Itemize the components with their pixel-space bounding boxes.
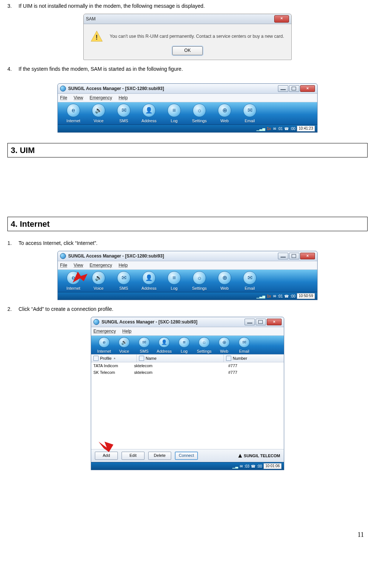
menu-view[interactable]: View — [74, 95, 83, 100]
figure-sungil-profiles: SUNGIL Access Manager - [SXC-1280:subi93… — [7, 317, 368, 470]
window-title: SUNGIL Access Manager - [SXC-1280:subi93… — [68, 253, 277, 259]
menu-emergency[interactable]: Emergency — [90, 263, 112, 268]
email-icon: ✉ — [239, 337, 250, 348]
ordered-list-item: 1. To access Internet, click “Internet”. — [7, 239, 368, 247]
menu-help[interactable]: Help — [119, 263, 128, 268]
list-text: To access Internet, click “Internet”. — [19, 239, 368, 247]
settings-icon: ☼ — [193, 271, 206, 285]
toolbar-item-web[interactable]: ⊕Web — [214, 336, 234, 354]
cell-profile: TATA Indicom — [91, 363, 134, 369]
profiles-button-bar: Add Edit Delete Connect SUNGIL TELECOM — [91, 449, 284, 462]
toolbar-item-web[interactable]: ⊕Web — [212, 103, 237, 124]
toolbar-item-address[interactable]: 👤Address — [136, 270, 162, 292]
ok-button[interactable]: OK — [172, 46, 203, 55]
sungil-window: SUNGIL Access Manager - [SXC-1280:subi93… — [57, 83, 318, 133]
ordered-list-item: 2. Click “Add” to create a connection pr… — [7, 305, 368, 313]
mail-icon: ✉ — [273, 126, 276, 132]
close-button[interactable]: × — [300, 253, 315, 259]
close-button[interactable]: × — [274, 15, 289, 23]
list-number: 3. — [7, 2, 19, 10]
toolbar-item-address[interactable]: 👤Address — [154, 336, 174, 354]
menu-help[interactable]: Help — [119, 95, 128, 100]
column-header-number[interactable]: Number — [224, 355, 284, 362]
menu-emergency[interactable]: Emergency — [90, 95, 112, 100]
menu-view[interactable]: View — [74, 263, 83, 268]
add-button[interactable]: Add — [95, 452, 118, 460]
status-bar: ▁▃▅ 1x ✉:01 ☎:00 10:50:59 — [58, 292, 317, 300]
toolbar-item-address[interactable]: 👤Address — [136, 103, 162, 124]
sungil-profiles-window: SUNGIL Access Manager - [SXC-1280:subi93… — [91, 317, 284, 470]
network-1x-label: 1x — [267, 293, 271, 299]
toolbar-item-settings[interactable]: ☼Settings — [187, 270, 212, 292]
toolbar-item-voice[interactable]: 🔊Voice — [114, 336, 134, 354]
column-header-name[interactable]: Name — [137, 355, 224, 362]
toolbar-item-email[interactable]: ✉Email — [234, 336, 254, 354]
menu-file[interactable]: File — [60, 95, 67, 100]
signal-icon: ▁▃ — [232, 464, 238, 469]
dialog-body: ! You can't use this R-UIM card permanen… — [84, 24, 291, 45]
clock: 10:50:59 — [297, 293, 315, 299]
menu-bar: Emergency Help — [91, 327, 284, 336]
toolbar-item-web[interactable]: ⊕Web — [212, 270, 237, 292]
cell-number: #777 — [228, 369, 284, 376]
menu-emergency[interactable]: Emergency — [93, 329, 116, 334]
menu-file[interactable]: File — [60, 263, 67, 268]
close-button[interactable]: × — [267, 319, 282, 325]
toolbar-item-log[interactable]: ≡Log — [174, 336, 194, 354]
sms-icon: ✉ — [117, 104, 130, 117]
toolbar: eInternet 🔊Voice ✉SMS 👤Address ≡Log ☼Set… — [58, 102, 317, 124]
svg-text:!: ! — [96, 33, 98, 41]
toolbar-item-internet[interactable]: eInternet — [94, 336, 114, 354]
window-title: SUNGIL Access Manager - [SXC-1280:subi93… — [68, 85, 277, 92]
toolbar-item-voice[interactable]: 🔊Voice — [86, 103, 111, 124]
toolbar-item-sms[interactable]: ✉SMS — [134, 336, 154, 354]
dialog-button-row: OK — [84, 45, 291, 60]
dialog-message: You can't use this R-UIM card permanentl… — [110, 33, 284, 40]
name-column-icon — [139, 356, 144, 361]
number-column-icon — [226, 356, 231, 361]
dialog-titlebar: SAM × — [84, 14, 291, 24]
signal-icon: ▁▃▅ — [256, 293, 265, 299]
web-icon: ⊕ — [219, 337, 230, 348]
toolbar-item-email[interactable]: ✉Email — [237, 270, 262, 292]
toolbar-item-sms[interactable]: ✉SMS — [111, 270, 136, 292]
cell-number: #777 — [228, 363, 284, 369]
cell-name: sktelecom — [134, 369, 228, 376]
maximize-button[interactable] — [289, 253, 299, 259]
list-number: 1. — [7, 239, 19, 247]
close-button[interactable]: × — [300, 85, 315, 92]
address-icon: 👤 — [142, 271, 156, 285]
column-header-profile[interactable]: Profile▴ — [91, 355, 137, 362]
signal-icon: ▁▃▅ — [256, 126, 265, 132]
log-icon: ≡ — [179, 337, 190, 348]
toolbar-item-internet[interactable]: eInternet — [61, 103, 86, 124]
maximize-button[interactable] — [289, 85, 299, 92]
toolbar-item-sms[interactable]: ✉SMS — [111, 103, 136, 124]
red-arrow-icon — [99, 442, 113, 453]
mail-count: :01 — [278, 126, 283, 132]
window-titlebar: SUNGIL Access Manager - [SXC-1280:subi93… — [91, 317, 284, 327]
status-bar: ▁▃▅ 1x ✉:01 ☎:00 10:41:23 — [58, 124, 317, 132]
figure-sungil-toolbar-2: SUNGIL Access Manager - [SXC-1280:subi93… — [7, 251, 368, 300]
svg-marker-4 — [99, 442, 113, 452]
toolbar-item-email[interactable]: ✉Email — [237, 103, 262, 124]
table-row[interactable]: TATA Indicom sktelecom #777 — [91, 362, 284, 369]
toolbar-item-voice[interactable]: 🔊Voice — [86, 270, 111, 292]
maximize-button[interactable] — [256, 319, 266, 325]
toolbar-item-log[interactable]: ≡Log — [162, 103, 187, 124]
log-icon: ≡ — [167, 104, 181, 117]
connect-button[interactable]: Connect — [175, 452, 198, 460]
menu-help[interactable]: Help — [122, 329, 132, 334]
toolbar-item-log[interactable]: ≡Log — [162, 270, 187, 292]
toolbar-item-settings[interactable]: ☼Settings — [187, 103, 212, 124]
minimize-button[interactable] — [245, 319, 255, 325]
minimize-button[interactable] — [278, 85, 288, 92]
voice-icon: 🔊 — [92, 271, 105, 285]
toolbar-item-settings[interactable]: ☼Settings — [194, 336, 214, 354]
edit-button[interactable]: Edit — [122, 452, 145, 460]
brand-logo-icon — [238, 454, 242, 458]
phone-icon: ☎ — [251, 464, 255, 469]
delete-button[interactable]: Delete — [148, 452, 171, 460]
table-row[interactable]: SK Telecom sktelecom #777 — [91, 369, 284, 376]
minimize-button[interactable] — [278, 253, 288, 259]
